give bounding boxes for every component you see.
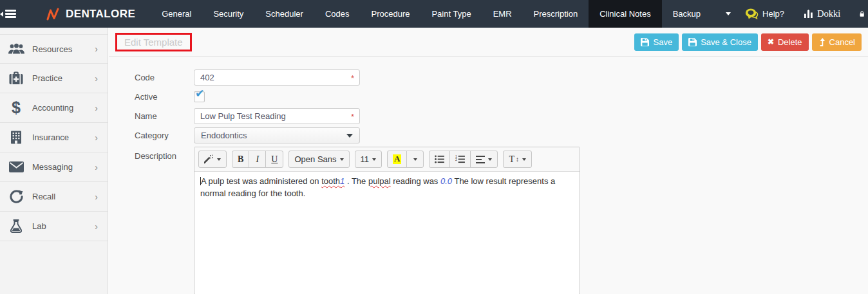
sidebar-item-label: Practice bbox=[32, 73, 95, 83]
code-row: Code * bbox=[135, 69, 868, 86]
sidebar-item-practice[interactable]: Practice › bbox=[0, 64, 108, 93]
main-menu: General Security Scheduler Codes Procedu… bbox=[151, 0, 745, 28]
collapse-arrow-icon bbox=[0, 12, 3, 17]
name-input[interactable] bbox=[194, 108, 360, 124]
chevron-right-icon: › bbox=[95, 133, 108, 143]
sidebar-item-recall[interactable]: Recall › bbox=[0, 182, 108, 212]
chevron-down-icon bbox=[413, 158, 417, 161]
align-left-icon bbox=[476, 156, 485, 163]
text-segment: reading was bbox=[391, 176, 440, 186]
text-segment-misspelled: tooth bbox=[321, 176, 340, 186]
floppy-icon bbox=[688, 38, 697, 46]
font-color-glyph: A bbox=[393, 154, 401, 164]
ordered-list-button[interactable]: 1 2 bbox=[449, 151, 471, 168]
sidebar: Resources › Practice › $ Accounting › bbox=[0, 28, 108, 294]
x-icon: ✖ bbox=[768, 37, 774, 46]
chevron-right-icon: › bbox=[95, 162, 108, 172]
code-input[interactable] bbox=[194, 69, 360, 86]
sidebar-item-resources[interactable]: Resources › bbox=[0, 34, 108, 64]
editor-toolbar: B I U Open Sans 11 bbox=[194, 147, 580, 172]
underline-button[interactable]: U bbox=[265, 151, 283, 168]
practice-chart-icon bbox=[804, 10, 813, 18]
font-color-dropdown[interactable] bbox=[406, 151, 424, 168]
sidebar-item-label: Messaging bbox=[32, 162, 95, 172]
cancel-button[interactable]: Cancel bbox=[812, 33, 862, 51]
line-height-glyph: T bbox=[509, 154, 514, 165]
rich-text-editor: B I U Open Sans 11 bbox=[194, 147, 580, 294]
paragraph-align-dropdown[interactable] bbox=[470, 151, 498, 168]
practice-link[interactable]: Dokki bbox=[804, 8, 840, 19]
required-marker: * bbox=[351, 73, 354, 83]
nav-item-clinical-notes[interactable]: Clinical Notes bbox=[589, 0, 661, 28]
chevron-right-icon: › bbox=[95, 73, 108, 84]
sidebar-item-messaging[interactable]: Messaging › bbox=[0, 152, 108, 182]
sidebar-item-accounting[interactable]: $ Accounting › bbox=[0, 93, 108, 123]
style-magic-button[interactable] bbox=[198, 151, 227, 168]
delete-button[interactable]: ✖ Delete bbox=[761, 33, 809, 51]
help-link[interactable]: Help? bbox=[745, 8, 784, 19]
magic-wand-icon bbox=[204, 154, 214, 164]
merge-field: 0.0 bbox=[440, 176, 452, 186]
bullet-list-icon bbox=[435, 155, 444, 163]
name-row: Name * bbox=[135, 108, 868, 124]
editor-content-area[interactable]: A pulp test was administered on tooth1 .… bbox=[194, 172, 580, 294]
text-segment: . The bbox=[344, 176, 368, 186]
nav-item-codes[interactable]: Codes bbox=[314, 0, 361, 28]
active-row: Active bbox=[135, 89, 868, 105]
line-height-dropdown[interactable]: T ↕ bbox=[503, 151, 532, 168]
nav-item-security[interactable]: Security bbox=[202, 0, 254, 28]
brand-pulse-icon bbox=[46, 7, 60, 21]
save-button[interactable]: Save bbox=[634, 33, 679, 51]
nav-item-paint-type[interactable]: Paint Type bbox=[420, 0, 482, 28]
save-and-close-button[interactable]: Save & Close bbox=[682, 33, 758, 51]
sidebar-collapse-button[interactable] bbox=[0, 0, 16, 28]
sidebar-item-lab[interactable]: Lab › bbox=[0, 212, 108, 241]
lock-icon bbox=[860, 9, 864, 19]
svg-text:2: 2 bbox=[455, 158, 457, 161]
category-select[interactable]: Endodontics bbox=[194, 127, 360, 143]
font-size-dropdown[interactable]: 11 bbox=[355, 151, 382, 168]
sidebar-item-label: Lab bbox=[32, 221, 95, 231]
category-selected-value: Endodontics bbox=[201, 131, 247, 140]
underline-glyph: U bbox=[271, 154, 278, 165]
nav-item-scheduler[interactable]: Scheduler bbox=[254, 0, 314, 28]
nav-item-procedure[interactable]: Procedure bbox=[360, 0, 420, 28]
sidebar-item-label: Recall bbox=[32, 192, 95, 201]
sidebar-item-insurance[interactable]: Insurance › bbox=[0, 123, 108, 152]
dollar-icon: $ bbox=[0, 100, 32, 116]
font-family-dropdown[interactable]: Open Sans bbox=[288, 151, 349, 168]
practice-name: Dokki bbox=[817, 8, 840, 19]
flask-icon bbox=[0, 219, 32, 233]
save-and-close-label: Save & Close bbox=[701, 37, 751, 47]
chevron-right-icon: › bbox=[95, 44, 108, 54]
nav-item-backup[interactable]: Backup bbox=[662, 0, 712, 28]
active-label: Active bbox=[135, 92, 194, 102]
action-buttons: Save Save & Close ✖ Delete Cancel bbox=[634, 33, 862, 51]
topbar-right-section: Help? Dokki System Administrator bbox=[745, 0, 868, 28]
chevron-down-icon bbox=[372, 158, 376, 161]
sidebar-item-label: Accounting bbox=[32, 103, 95, 113]
active-checkbox[interactable] bbox=[194, 91, 205, 102]
text-segment: A pulp test was administered on bbox=[201, 176, 321, 186]
refresh-icon bbox=[0, 190, 32, 203]
users-icon bbox=[0, 43, 32, 55]
user-menu[interactable]: System Administrator bbox=[860, 5, 868, 24]
chevron-down-icon bbox=[522, 158, 526, 161]
description-row: Description B I bbox=[135, 147, 868, 294]
page-header: Edit Template Save Save & Close ✖ Delete bbox=[109, 28, 868, 57]
brand-name: DENTALORE bbox=[66, 8, 135, 21]
font-color-button[interactable]: A bbox=[387, 151, 407, 168]
nav-item-general[interactable]: General bbox=[151, 0, 202, 28]
font-name-label: Open Sans bbox=[294, 154, 336, 164]
sidebar-item-label: Insurance bbox=[32, 133, 95, 142]
help-chat-icon bbox=[745, 8, 759, 19]
italic-button[interactable]: I bbox=[249, 151, 266, 168]
nav-item-prescription[interactable]: Prescription bbox=[523, 0, 589, 28]
bold-button[interactable]: B bbox=[232, 151, 249, 168]
template-form: Code * Active Name * Category Endodontic… bbox=[109, 57, 868, 294]
nav-item-emr[interactable]: EMR bbox=[482, 0, 523, 28]
unordered-list-button[interactable] bbox=[429, 151, 450, 168]
required-marker: * bbox=[351, 112, 354, 122]
nav-more-dropdown[interactable] bbox=[712, 0, 745, 28]
app-logo[interactable]: DENTALORE bbox=[46, 0, 135, 28]
